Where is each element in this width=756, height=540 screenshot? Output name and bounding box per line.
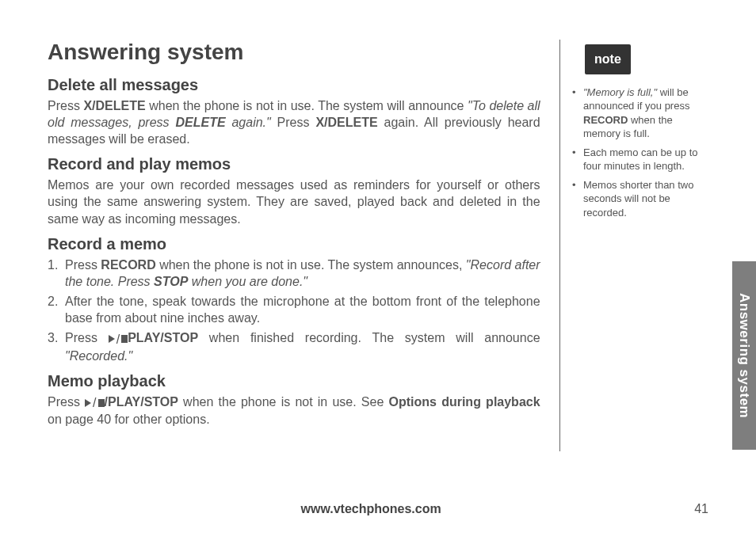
section-heading-playback: Memo playback — [48, 372, 540, 390]
list-item: "Memory is full," will be announced if y… — [572, 86, 708, 141]
cross-reference: Options during playback — [389, 395, 540, 409]
memos-intro-paragraph: Memos are your own recorded messages use… — [48, 177, 540, 226]
content-row: Answering system Delete all messages Pre… — [48, 40, 708, 451]
svg-rect-1 — [121, 335, 128, 343]
key-label: DELETE — [175, 116, 225, 129]
section-heading-record: Record a memo — [48, 235, 540, 253]
main-content: Answering system Delete all messages Pre… — [48, 40, 540, 451]
play-stop-icon: / — [109, 331, 128, 348]
delete-paragraph: Press X/DELETE when the phone is not in … — [48, 97, 540, 147]
svg-marker-2 — [85, 399, 91, 407]
announce-quote: "Memory is full," — [583, 86, 657, 98]
svg-marker-0 — [109, 335, 115, 343]
list-item: 2. After the tone, speak towards the mic… — [48, 293, 540, 326]
key-label: X/DELETE — [83, 99, 145, 112]
svg-rect-3 — [98, 399, 105, 407]
manual-page: Answering system Delete all messages Pre… — [0, 0, 756, 540]
note-list: "Memory is full," will be announced if y… — [572, 86, 708, 220]
text: when finished recording. The system will… — [198, 331, 540, 344]
section-tab: Answering system — [732, 261, 756, 450]
text: when the phone is not in use. The system… — [146, 99, 468, 112]
text: After the tone, speak towards the microp… — [65, 295, 540, 325]
step-number: 3. — [48, 329, 58, 346]
key-label: X/DELETE — [315, 116, 377, 129]
list-item: 1. Press RECORD when the phone is not in… — [48, 257, 540, 290]
key-label: RECORD — [101, 258, 155, 272]
key-label: /PLAY/STOP — [105, 395, 178, 409]
footer-url: www.vtechphones.com — [48, 502, 694, 516]
list-item: Memos shorter than two seconds will not … — [572, 178, 708, 220]
text: Press — [271, 116, 316, 129]
play-stop-icon: / — [85, 394, 104, 411]
text: when you are done." — [188, 275, 307, 288]
text: when the phone is not in use. See — [178, 395, 389, 409]
announce-quote: "Recorded." — [65, 349, 132, 363]
text: when the phone is not in use. The system… — [156, 258, 466, 272]
page-footer: www.vtechphones.com 41 — [48, 502, 708, 516]
list-item: 3. Press /PLAY/STOP when finished record… — [48, 329, 540, 364]
text: on page 40 for other options. — [48, 413, 210, 426]
text: Press — [48, 99, 83, 112]
step-number: 2. — [48, 293, 58, 310]
note-badge: note — [585, 44, 631, 74]
record-steps: 1. Press RECORD when the phone is not in… — [48, 257, 540, 364]
key-label: RECORD — [583, 114, 628, 126]
step-number: 1. — [48, 257, 58, 273]
key-label: PLAY/STOP — [128, 331, 198, 344]
playback-paragraph: Press //PLAY/STOP when the phone is not … — [48, 394, 540, 428]
note-sidebar: note "Memory is full," will be announced… — [572, 40, 708, 451]
text: again." — [226, 116, 271, 129]
text: Press — [65, 258, 101, 272]
section-heading-memos-intro: Record and play memos — [48, 155, 540, 173]
page-number: 41 — [694, 502, 708, 516]
page-title: Answering system — [48, 40, 540, 65]
text: Press — [65, 331, 109, 344]
list-item: Each memo can be up to four minutes in l… — [572, 146, 708, 173]
text: Press — [48, 395, 85, 409]
key-label: STOP — [154, 275, 188, 288]
section-heading-delete: Delete all messages — [48, 76, 540, 94]
